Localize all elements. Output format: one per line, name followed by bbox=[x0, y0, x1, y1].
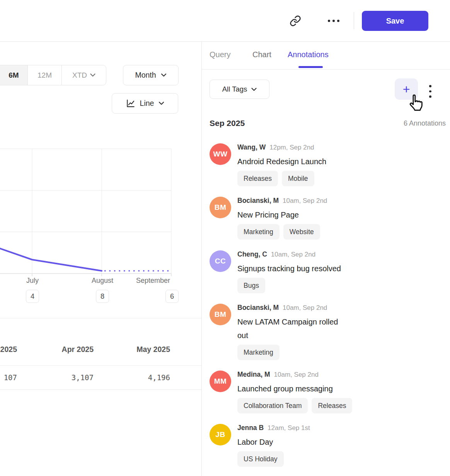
chevron-down-icon bbox=[90, 73, 95, 77]
annotation-title: Signups tracking bug resolved bbox=[237, 262, 369, 275]
tag-filter-label: All Tags bbox=[222, 85, 247, 94]
table-cell-col1: 107 bbox=[0, 373, 17, 382]
granularity-label: Month bbox=[135, 71, 156, 80]
annotation-title: Launched group messaging bbox=[237, 382, 369, 396]
annotation-item[interactable]: MM Medina, M 10am, Sep 2nd Launched grou… bbox=[210, 371, 441, 413]
table-header-apr-2025: Apr 2025 bbox=[36, 345, 94, 354]
range-6m-button[interactable]: 6M bbox=[0, 65, 28, 85]
add-annotation-button[interactable]: + bbox=[395, 78, 418, 100]
date-range-segmented-control: 6M 12M XTD bbox=[0, 65, 106, 85]
avatar: WW bbox=[210, 143, 231, 165]
app-window: Save 6M 12M XTD Month Line bbox=[0, 0, 450, 476]
tag-chip[interactable]: Website bbox=[283, 224, 320, 240]
annotation-item[interactable]: CC Cheng, C 10am, Sep 2nd Signups tracki… bbox=[210, 250, 441, 293]
tag-chip[interactable]: Releases bbox=[312, 398, 352, 413]
table-cell-apr-2025: 3,107 bbox=[36, 373, 94, 382]
annotation-author: Bocianski, M bbox=[237, 197, 279, 205]
ellipsis-icon bbox=[328, 20, 339, 22]
table-border bbox=[0, 366, 201, 366]
avatar: BM bbox=[210, 304, 231, 325]
tag-chip[interactable]: Marketing bbox=[237, 224, 280, 240]
chevron-down-icon bbox=[251, 88, 257, 91]
annotation-author: Cheng, C bbox=[237, 250, 267, 258]
chevron-down-icon bbox=[159, 102, 164, 105]
series-line-solid bbox=[0, 248, 102, 271]
header-divider bbox=[354, 12, 354, 29]
annotation-item[interactable]: BM Bocianski, M 10am, Sep 2nd New LATAM … bbox=[210, 304, 441, 360]
table-header-col1: 2025 bbox=[0, 345, 17, 354]
annotation-title: New Pricing Page bbox=[237, 208, 369, 222]
more-options-button[interactable] bbox=[326, 16, 341, 26]
annotation-timestamp: 10am, Sep 2nd bbox=[283, 197, 327, 205]
tag-filter-dropdown[interactable]: All Tags bbox=[210, 80, 269, 99]
annotation-author: Medina, M bbox=[237, 371, 270, 379]
link-icon bbox=[290, 15, 301, 27]
active-tab-underline bbox=[298, 66, 323, 68]
table-border bbox=[0, 389, 201, 390]
x-tick-label-august: August bbox=[85, 277, 120, 285]
tag-chip[interactable]: US Holiday bbox=[237, 451, 284, 467]
chart-type-label: Line bbox=[140, 99, 154, 108]
x-tick-label-july: July bbox=[17, 277, 48, 285]
annotation-tags: Marketing bbox=[237, 345, 441, 360]
annotation-group-month: Sep 2025 bbox=[210, 119, 245, 128]
annotation-timestamp: 10am, Sep 2nd bbox=[271, 251, 315, 258]
tag-chip[interactable]: Releases bbox=[237, 171, 278, 186]
avatar: BM bbox=[210, 197, 231, 218]
save-button[interactable]: Save bbox=[362, 11, 428, 31]
annotation-group-count: 6 Annotations bbox=[404, 119, 446, 128]
annotation-author: Wang, W bbox=[237, 143, 266, 151]
annotation-author: Jenna B bbox=[237, 424, 264, 432]
annotation-tags: Collaboration Team Releases bbox=[237, 398, 441, 413]
range-xtd-label: XTD bbox=[72, 71, 87, 80]
kebab-icon bbox=[429, 85, 431, 87]
line-chart-icon bbox=[126, 99, 135, 108]
header-border bbox=[0, 41, 450, 42]
annotation-item[interactable]: BM Bocianski, M 10am, Sep 2nd New Pricin… bbox=[210, 197, 441, 240]
tag-chip[interactable]: Mobile bbox=[282, 171, 314, 186]
panel-divider bbox=[201, 41, 202, 476]
plus-icon: + bbox=[403, 83, 410, 95]
copy-link-button[interactable] bbox=[288, 14, 302, 28]
avatar: JB bbox=[210, 424, 231, 445]
annotation-timestamp: 10am, Sep 2nd bbox=[283, 304, 327, 312]
annotation-count-badge-august[interactable]: 8 bbox=[96, 290, 109, 303]
annotation-title: Android Redesign Launch bbox=[237, 155, 369, 168]
range-xtd-button[interactable]: XTD bbox=[62, 65, 106, 85]
annotation-timestamp: 12am, Sep 1st bbox=[268, 424, 310, 432]
annotations-menu-button[interactable] bbox=[428, 84, 432, 99]
annotation-tags: Bugs bbox=[237, 278, 441, 293]
tabs-border bbox=[201, 69, 450, 70]
annotation-timestamp: 10am, Sep 2nd bbox=[274, 371, 319, 379]
tab-query[interactable]: Query bbox=[210, 50, 230, 59]
annotation-count-badge-september[interactable]: 6 bbox=[165, 290, 179, 303]
tag-chip[interactable]: Marketing bbox=[237, 345, 280, 360]
table-header-may-2025: May 2025 bbox=[112, 345, 170, 354]
table-cell-may-2025: 4,196 bbox=[112, 373, 170, 382]
annotation-item[interactable]: JB Jenna B 12am, Sep 1st Labor Day US Ho… bbox=[210, 424, 441, 467]
granularity-dropdown[interactable]: Month bbox=[123, 65, 179, 85]
table-border bbox=[0, 318, 201, 318]
annotation-timestamp: 12pm, Sep 2nd bbox=[269, 144, 314, 151]
annotation-item[interactable]: WW Wang, W 12pm, Sep 2nd Android Redesig… bbox=[210, 143, 441, 186]
annotation-tags: US Holiday bbox=[237, 451, 441, 467]
chevron-down-icon bbox=[161, 73, 167, 77]
range-12m-button[interactable]: 12M bbox=[28, 65, 62, 85]
annotation-title: New LATAM Campaign rolled out bbox=[237, 315, 369, 342]
avatar: MM bbox=[210, 371, 231, 392]
annotation-count-badge-july[interactable]: 4 bbox=[26, 290, 39, 303]
tab-annotations[interactable]: Annotations bbox=[288, 50, 329, 59]
x-tick-label-september: September bbox=[132, 277, 174, 285]
line-chart[interactable] bbox=[0, 147, 201, 278]
annotation-author: Bocianski, M bbox=[237, 304, 279, 312]
tag-chip[interactable]: Collaboration Team bbox=[237, 398, 308, 413]
avatar: CC bbox=[210, 250, 231, 272]
annotation-tags: Releases Mobile bbox=[237, 171, 441, 186]
tab-chart[interactable]: Chart bbox=[252, 50, 271, 59]
annotation-title: Labor Day bbox=[237, 435, 369, 449]
tag-chip[interactable]: Bugs bbox=[237, 278, 265, 293]
chart-type-dropdown[interactable]: Line bbox=[112, 93, 178, 114]
annotation-tags: Marketing Website bbox=[237, 224, 441, 240]
